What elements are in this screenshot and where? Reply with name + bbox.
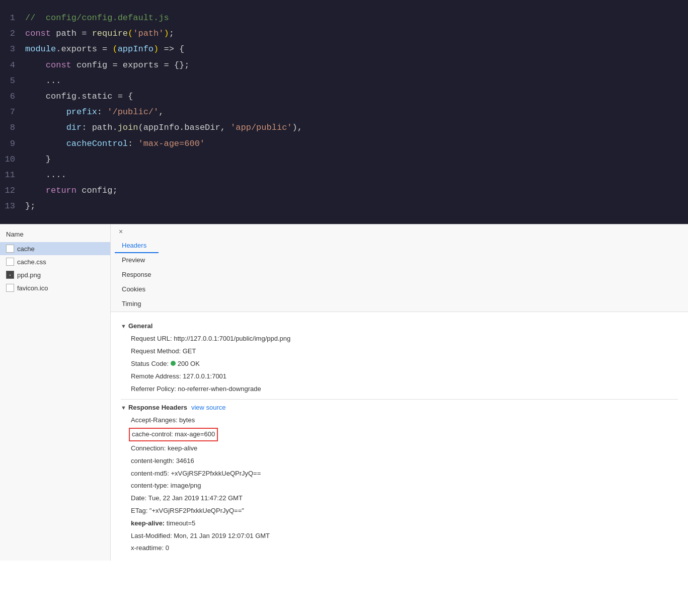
code-token — [25, 92, 46, 101]
tab-headers[interactable]: Headers — [115, 239, 159, 253]
header-value: 127.0.0.1:7001 — [183, 372, 226, 380]
line-content: cacheControl: 'max-age=600' — [25, 137, 688, 150]
code-token — [25, 107, 66, 117]
file-item[interactable]: ▪ppd.png — [0, 268, 110, 281]
code-token: => { — [159, 44, 184, 54]
file-name: cache.css — [17, 258, 46, 266]
code-token: appInfo — [118, 44, 154, 54]
code-token: const — [25, 29, 56, 38]
header-value: +xVGjRSF2PfxkkUeQPrJyQ== — [171, 470, 261, 477]
code-line: 8 dir: path.join(appInfo.baseDir, 'app/p… — [0, 120, 688, 135]
line-content: module.exports = (appInfo) => { — [25, 42, 688, 56]
line-content: // config/config.default.js — [25, 11, 688, 25]
code-line: 4 const config = exports = {}; — [0, 57, 688, 73]
status-dot — [171, 361, 176, 366]
response-header-row: Last-Modified: Mon, 21 Jan 2019 12:07:01… — [121, 530, 678, 543]
header-key: Request Method: — [131, 347, 183, 355]
headers-content: ▼ General Request URL: http://127.0.0.1:… — [111, 312, 688, 561]
header-value: http://127.0.0.1:7001/public/img/ppd.png — [174, 335, 290, 342]
code-token: return — [46, 186, 82, 195]
line-number: 2 — [0, 27, 25, 40]
line-content: .... — [25, 168, 688, 182]
line-number: 11 — [0, 168, 25, 182]
highlighted-header: cache-control: max-age=600 — [129, 428, 218, 441]
code-token: config; — [82, 186, 117, 195]
header-key: Status Code: — [131, 360, 171, 367]
header-key: Connection: — [131, 444, 168, 452]
line-content: const config = exports = {}; — [25, 58, 688, 72]
header-key: keep-alive: — [131, 519, 167, 527]
document-file-icon — [6, 284, 14, 292]
header-value: bytes — [179, 416, 195, 424]
header-key: Date: — [131, 494, 148, 502]
header-key: content-length: — [131, 457, 176, 465]
code-token: ; — [169, 29, 174, 38]
code-token: require — [92, 29, 128, 38]
code-line: 10 } — [0, 151, 688, 167]
response-header-row: content-length: 34616 — [121, 455, 678, 468]
line-number: 6 — [0, 90, 25, 103]
code-token: 'path' — [133, 29, 164, 38]
code-token — [25, 139, 66, 148]
header-key: cache-control: — [132, 430, 175, 438]
header-value: image/png — [171, 482, 201, 489]
code-line: 7 prefix: '/public/', — [0, 104, 688, 120]
response-header-row: Accept-Ranges: bytes — [121, 414, 678, 427]
general-section-header[interactable]: ▼ General — [121, 322, 678, 330]
general-row: Status Code: 200 OK — [121, 358, 678, 370]
document-file-icon — [6, 245, 14, 253]
view-source-link[interactable]: view source — [191, 404, 226, 411]
code-token: ), — [292, 123, 302, 132]
code-token: cacheControl — [66, 139, 128, 148]
file-item[interactable]: cache.css — [0, 255, 110, 268]
code-token — [25, 155, 46, 164]
code-token: (appInfo.baseDir, — [138, 123, 231, 132]
header-value: keep-alive — [168, 444, 197, 452]
section-divider — [121, 399, 678, 400]
general-label: General — [128, 322, 152, 330]
line-content: config.static = { — [25, 90, 688, 103]
header-value: no-referrer-when-downgrade — [178, 385, 261, 393]
response-headers-section-header[interactable]: ▼ Response Headers view source — [121, 404, 678, 411]
line-number: 4 — [0, 58, 25, 72]
line-content: prefix: '/public/', — [25, 105, 688, 119]
code-token: ( — [112, 44, 117, 54]
tab-preview[interactable]: Preview — [115, 253, 159, 268]
code-line: 6 config.static = { — [0, 89, 688, 104]
header-value: timeout=5 — [167, 519, 195, 527]
code-token — [25, 123, 66, 132]
code-line: 5 ... — [0, 73, 688, 89]
response-header-row: content-type: image/png — [121, 480, 678, 492]
code-token: ) — [164, 29, 169, 38]
code-token: config.static = { — [46, 92, 133, 101]
header-key: content-md5: — [131, 470, 171, 477]
code-token: dir — [66, 123, 82, 132]
code-token: 'max-age=600' — [138, 139, 205, 148]
code-token: , — [159, 107, 164, 117]
tab-cookies[interactable]: Cookies — [115, 282, 159, 297]
header-value: 0 — [166, 544, 169, 552]
line-number: 3 — [0, 42, 25, 56]
code-token: ( — [128, 29, 133, 38]
image-file-icon: ▪ — [6, 271, 14, 279]
code-token: 'app/public' — [231, 123, 292, 132]
header-key: Accept-Ranges: — [131, 416, 179, 424]
line-content: return config; — [25, 184, 688, 197]
code-editor: 1// config/config.default.js2const path … — [0, 0, 688, 224]
code-token: '/public/' — [107, 107, 159, 117]
general-row: Remote Address: 127.0.0.1:7001 — [121, 370, 678, 383]
response-headers-label: Response Headers — [128, 404, 187, 411]
line-content: ... — [25, 74, 688, 88]
file-item[interactable]: cache — [0, 242, 110, 255]
code-token: : — [128, 139, 138, 148]
devtools-panel: Name cachecache.css▪ppd.pngfavicon.ico ×… — [0, 224, 688, 561]
tab-response[interactable]: Response — [115, 268, 159, 282]
general-row: Referrer Policy: no-referrer-when-downgr… — [121, 383, 678, 396]
tab-close-button[interactable]: × — [115, 224, 159, 239]
tab-timing[interactable]: Timing — [115, 297, 159, 312]
file-item[interactable]: favicon.ico — [0, 281, 110, 294]
code-token — [25, 60, 46, 70]
code-line: 9 cacheControl: 'max-age=600' — [0, 136, 688, 151]
line-number: 12 — [0, 184, 25, 197]
header-value: max-age=600 — [175, 430, 215, 438]
